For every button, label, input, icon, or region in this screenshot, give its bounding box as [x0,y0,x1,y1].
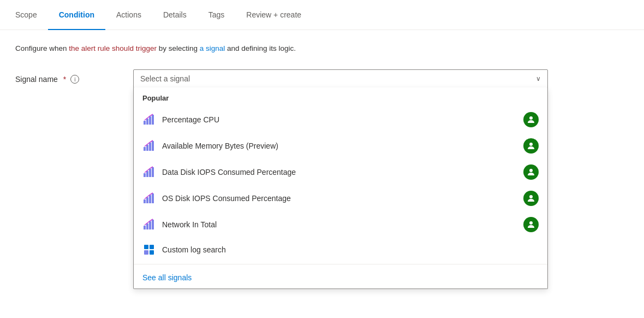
dropdown-divider [134,264,547,264]
signal-name-label: Signal name * i [15,69,124,84]
dropdown-item-label: Network In Total [162,220,517,229]
log-search-icon [142,243,156,256]
svg-rect-26 [150,245,154,249]
dropdown-item-label: Available Memory Bytes (Preview) [162,142,517,150]
chevron-down-icon: ∨ [536,75,541,83]
signal-name-field-row: Signal name * i Select a signal ∨ Popula… [15,69,629,88]
svg-rect-22 [149,221,151,229]
svg-rect-13 [152,167,154,177]
svg-rect-23 [152,220,154,229]
dropdown-placeholder: Select a signal [140,74,190,83]
metric-chart-icon [142,166,156,179]
tab-details[interactable]: Details [152,0,198,30]
monitor-badge-icon [523,112,539,127]
required-indicator: * [63,75,66,84]
tab-actions[interactable]: Actions [105,0,152,30]
svg-rect-11 [146,171,148,177]
see-all-signals-link[interactable]: See all signals [134,267,547,288]
svg-rect-20 [144,226,146,229]
dropdown-item-available-memory[interactable]: Available Memory Bytes (Preview) [134,133,547,159]
svg-rect-5 [144,147,146,151]
svg-rect-27 [144,250,148,255]
dropdown-item-label: OS Disk IOPS Consumed Percentage [162,194,517,203]
monitor-badge-icon [523,191,539,206]
metric-chart-icon [142,139,156,152]
monitor-badge-icon [523,164,539,180]
svg-rect-7 [149,143,151,151]
dropdown-panel: Popular Percentage CPU [133,87,548,289]
svg-rect-3 [152,115,154,125]
svg-rect-15 [144,199,146,203]
svg-rect-1 [146,119,148,125]
description-text: Configure when the alert rule should tri… [15,43,629,54]
tab-tags[interactable]: Tags [198,0,236,30]
svg-rect-17 [149,195,151,203]
tab-scope[interactable]: Scope [13,0,48,30]
dropdown-item-label: Data Disk IOPS Consumed Percentage [162,168,517,176]
dropdown-section-popular: Popular [134,87,547,107]
dropdown-item-data-disk-iops[interactable]: Data Disk IOPS Consumed Percentage [134,159,547,185]
metric-chart-icon [142,113,156,126]
svg-point-24 [529,221,533,225]
monitor-badge-icon [523,217,539,232]
signal-dropdown-trigger[interactable]: Select a signal ∨ [133,69,548,88]
info-icon[interactable]: i [70,75,79,84]
svg-rect-10 [144,173,146,177]
nav-tabs: Scope Condition Actions Details Tags Rev… [0,0,644,30]
dropdown-item-custom-log-search[interactable]: Custom log search [134,238,547,262]
metric-chart-icon [142,192,156,205]
svg-rect-12 [149,169,151,177]
svg-point-9 [529,143,533,146]
svg-rect-25 [144,245,148,249]
svg-rect-16 [146,197,148,203]
svg-rect-28 [150,250,154,255]
svg-point-4 [529,116,533,120]
svg-rect-8 [152,141,154,151]
svg-rect-6 [146,145,148,151]
metric-chart-icon [142,218,156,231]
monitor-badge-icon [523,138,539,154]
svg-point-14 [529,169,533,172]
svg-rect-21 [146,223,148,229]
dropdown-item-percentage-cpu[interactable]: Percentage CPU [134,107,547,133]
tab-review-create[interactable]: Review + create [235,0,312,30]
svg-rect-2 [149,116,151,125]
dropdown-item-network-in-total[interactable]: Network In Total [134,211,547,238]
dropdown-item-os-disk-iops[interactable]: OS Disk IOPS Consumed Percentage [134,185,547,211]
main-content: Configure when the alert rule should tri… [0,30,644,101]
svg-point-19 [529,195,533,198]
svg-rect-0 [144,121,146,125]
svg-rect-18 [152,193,154,203]
dropdown-item-label: Percentage CPU [162,115,517,124]
dropdown-item-label: Custom log search [162,245,539,254]
tab-condition[interactable]: Condition [48,0,105,30]
signal-dropdown-container: Select a signal ∨ Popular Percentage CPU [133,69,548,88]
